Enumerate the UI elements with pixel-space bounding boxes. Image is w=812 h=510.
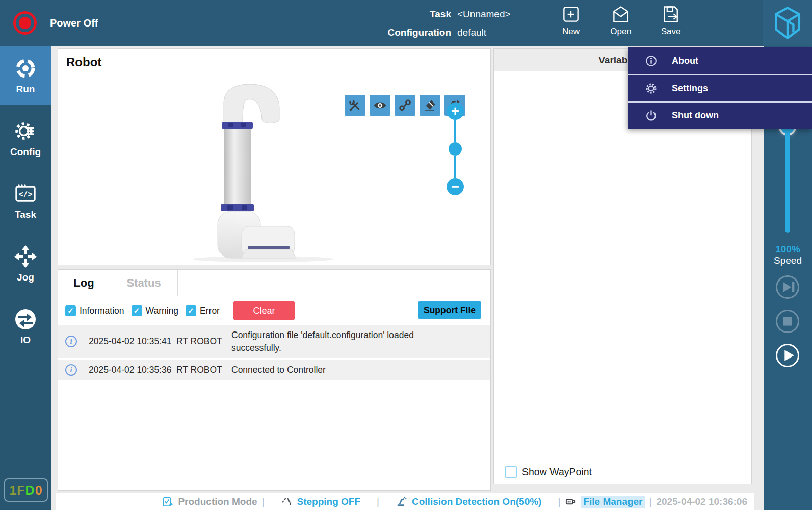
- collision-detection-status[interactable]: Collision Detection On(50%): [412, 496, 541, 507]
- sidebar-item-config[interactable]: Config: [0, 109, 51, 167]
- status-code-display: 1FD0: [4, 478, 48, 502]
- support-file-button[interactable]: Support File: [418, 301, 481, 319]
- play-button[interactable]: [776, 344, 799, 367]
- run-icon: [13, 56, 38, 81]
- sidebar-item-label: Config: [10, 146, 41, 158]
- log-row: i 2025-04-02 10:35:41 RT ROBOT Configura…: [58, 325, 490, 358]
- app-menu-button[interactable]: [763, 0, 812, 46]
- file-manager-link[interactable]: File Manager: [581, 496, 644, 508]
- topbar: Power Off Task <Unnamed> Configuration d…: [0, 0, 812, 46]
- error-checkbox[interactable]: ✓: [186, 305, 196, 316]
- warning-label: Warning: [146, 305, 179, 316]
- sidebar-item-label: Jog: [17, 272, 34, 283]
- tab-status[interactable]: Status: [110, 270, 178, 296]
- zoom-in-button[interactable]: +: [447, 103, 464, 120]
- statusbar-divider: |: [649, 496, 652, 507]
- open-button-label: Open: [610, 27, 632, 37]
- config-icon: [13, 119, 38, 143]
- log-tabs: Log Status: [58, 270, 490, 296]
- warning-checkbox[interactable]: ✓: [132, 305, 142, 316]
- zoom-slider-track[interactable]: [454, 156, 456, 178]
- log-entries: i 2025-04-02 10:35:41 RT ROBOT Configura…: [58, 325, 490, 382]
- info-icon: [645, 55, 658, 67]
- sidebar-item-task[interactable]: </> Task: [0, 171, 51, 230]
- log-message: Connected to Controller: [231, 364, 451, 376]
- clear-log-button[interactable]: Clear: [233, 301, 295, 320]
- configuration-value: default: [457, 27, 486, 38]
- sidebar-item-label: Run: [16, 84, 35, 95]
- stop-button[interactable]: [776, 310, 799, 333]
- power-off-icon: [13, 11, 37, 35]
- sidebar-item-label: Task: [15, 209, 36, 220]
- speed-slider-track[interactable]: [785, 130, 790, 233]
- show-waypoint-checkbox[interactable]: [505, 466, 517, 478]
- show-waypoint-row: Show WayPoint: [505, 466, 592, 478]
- error-label: Error: [200, 305, 220, 316]
- zoom-out-button[interactable]: −: [447, 178, 464, 195]
- jog-icon: [13, 244, 38, 269]
- show-waypoint-label: Show WayPoint: [522, 466, 592, 478]
- sidebar-item-io[interactable]: IO: [0, 297, 51, 355]
- info-icon: i: [65, 336, 77, 347]
- open-task-button[interactable]: Open: [603, 4, 639, 43]
- eraser-icon: [423, 98, 437, 113]
- status-code-part: 1F: [9, 483, 25, 498]
- new-folder-icon: [561, 4, 581, 24]
- status-code-part: D: [25, 483, 35, 498]
- power-status-label: Power Off: [50, 17, 98, 29]
- step-forward-button[interactable]: [776, 275, 799, 299]
- save-disk-icon: [661, 4, 681, 24]
- io-icon: [13, 307, 38, 332]
- configuration-label: Configuration: [352, 27, 451, 38]
- filter-information: ✓ Information: [65, 305, 124, 316]
- menu-item-label: About: [672, 56, 698, 66]
- cube-logo-icon: [773, 7, 802, 39]
- sidebar-item-run[interactable]: Run: [0, 46, 51, 105]
- menu-item-shutdown[interactable]: Shut down: [628, 101, 812, 129]
- production-mode-label: Production Mode: [178, 496, 257, 507]
- app-window: Power Off Task <Unnamed> Configuration d…: [0, 0, 812, 510]
- sidebar: Run Config </> Task: [0, 46, 51, 510]
- open-mail-icon: [611, 4, 631, 24]
- log-source: RT ROBOT: [176, 336, 231, 347]
- menu-item-label: Shut down: [672, 110, 719, 121]
- tools-button[interactable]: [345, 95, 365, 116]
- log-message: Configuration file 'default.configuratio…: [231, 329, 451, 354]
- robot-3d-viewport[interactable]: + −: [58, 75, 490, 265]
- robot-panel: Robot: [58, 48, 491, 265]
- save-task-button[interactable]: Save: [653, 4, 689, 43]
- menu-item-settings[interactable]: Settings: [628, 74, 812, 101]
- robot-panel-title: Robot: [58, 49, 490, 75]
- save-button-label: Save: [661, 27, 681, 37]
- stepping-status[interactable]: Stepping OFF: [297, 496, 361, 507]
- task-label: Task: [352, 9, 451, 20]
- play-icon: [777, 345, 798, 366]
- zoom-slider-track[interactable]: [454, 120, 456, 142]
- menu-item-label: Settings: [672, 83, 708, 94]
- eraser-button[interactable]: [420, 95, 440, 116]
- statusbar: Production Mode | Stepping OFF | Collisi…: [56, 493, 754, 510]
- collision-detection-icon: [396, 496, 407, 507]
- statusbar-divider: |: [262, 496, 265, 507]
- filter-error: ✓ Error: [186, 305, 220, 316]
- file-manager-icon: [565, 496, 577, 507]
- path-nodes-icon: [398, 98, 412, 113]
- status-code-part: 0: [35, 483, 43, 498]
- power-status-button[interactable]: Power Off: [13, 0, 98, 46]
- step-forward-icon: [777, 277, 798, 297]
- power-icon: [645, 109, 658, 122]
- information-checkbox[interactable]: ✓: [65, 305, 76, 316]
- log-panel: Log Status ✓ Information ✓ Warning ✓ Err…: [58, 269, 491, 491]
- statusbar-divider: |: [377, 496, 379, 507]
- tools-icon: [348, 98, 362, 113]
- new-task-button[interactable]: New: [553, 4, 589, 43]
- sidebar-item-jog[interactable]: Jog: [0, 234, 51, 293]
- path-waypoints-button[interactable]: [395, 95, 415, 116]
- view-zoom-control: + −: [447, 103, 464, 195]
- visibility-button[interactable]: [370, 95, 390, 116]
- zoom-slider-handle[interactable]: [449, 142, 462, 156]
- tab-log[interactable]: Log: [58, 270, 110, 296]
- menu-item-about[interactable]: About: [628, 47, 812, 74]
- task-code-glyph: </>: [18, 190, 32, 199]
- statusbar-timestamp: 2025-04-02 10:36:06: [656, 496, 747, 507]
